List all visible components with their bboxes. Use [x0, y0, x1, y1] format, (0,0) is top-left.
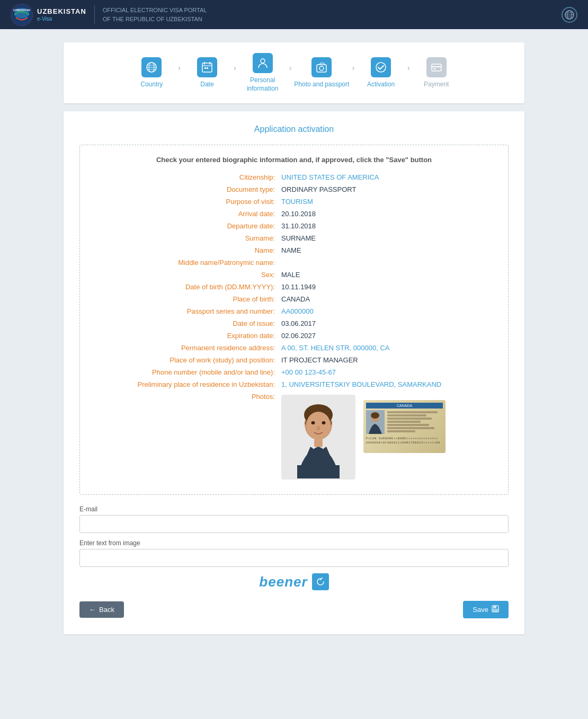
info-row-6: Name:NAME — [101, 246, 487, 254]
content-card: Application activation Check your entere… — [64, 111, 524, 634]
svg-rect-18 — [207, 67, 208, 69]
info-value-6: NAME — [281, 246, 301, 254]
activation-step-icon — [371, 57, 391, 77]
svg-point-19 — [261, 59, 265, 63]
step-activation[interactable]: Activation — [357, 57, 405, 89]
person-icon — [257, 57, 269, 69]
svg-point-22 — [376, 63, 386, 72]
info-label-3: Arrival date: — [101, 210, 281, 218]
info-row-11: Passport series and number:AA000000 — [101, 307, 487, 315]
header-title: OFFICIAL ELECTRONIC VISA PORTAL OF THE R… — [103, 6, 207, 23]
info-row-9: Date of birth (DD.MM.YYYY):10.11.1949 — [101, 283, 487, 291]
check-instruction: Check your entered biographic informatio… — [101, 156, 487, 164]
info-row-0: Citizenship:UNITED STATES OF AMERICA — [101, 173, 487, 181]
captcha-input[interactable] — [79, 549, 509, 567]
info-row-14: Permanent residence address:A 00, ST. HE… — [101, 344, 487, 352]
captcha-label: Enter text from image — [79, 539, 509, 547]
info-value-10: CANADA — [281, 295, 310, 303]
info-label-17: Preliminary place of residence in Uzbeki… — [101, 380, 281, 388]
info-rows: Citizenship:UNITED STATES OF AMERICADocu… — [101, 173, 487, 388]
info-row-2: Purpose of visit:TOURISM — [101, 198, 487, 206]
brand-sub: e-Visa — [37, 16, 86, 22]
step-payment[interactable]: Payment — [413, 57, 460, 89]
svg-text:UZBEKISTAN: UZBEKISTAN — [13, 8, 30, 12]
back-button[interactable]: ← Back — [79, 601, 124, 618]
portrait-photo — [281, 395, 355, 480]
info-row-5: Surname:SURNAME — [101, 234, 487, 242]
info-value-5: SURNAME — [281, 234, 316, 242]
globe-step-icon — [146, 61, 157, 73]
info-label-8: Sex: — [101, 271, 281, 279]
info-label-2: Purpose of visit: — [101, 198, 281, 206]
info-label-13: Expiration date: — [101, 332, 281, 340]
arrow-4: › — [352, 64, 354, 72]
calendar-icon — [201, 61, 213, 73]
svg-rect-23 — [432, 64, 441, 71]
svg-point-31 — [311, 421, 315, 424]
photos-row: Photos: — [101, 393, 487, 480]
language-button[interactable] — [562, 7, 577, 23]
globe-icon — [565, 10, 574, 20]
date-step-label: Date — [200, 81, 213, 89]
arrow-2: › — [234, 64, 236, 72]
person-portrait-svg — [284, 396, 353, 478]
info-row-4: Departure date:31.10.2018 — [101, 222, 487, 230]
save-button[interactable]: Save — [463, 601, 509, 618]
passport-photo: CANADA — [363, 400, 446, 453]
info-label-16: Phone number (mobile and/or land line): — [101, 368, 281, 376]
info-box: Check your entered biographic informatio… — [79, 145, 509, 495]
info-label-9: Date of birth (DD.MM.YYYY): — [101, 283, 281, 291]
step-date[interactable]: Date — [183, 57, 231, 89]
email-label: E-mail — [79, 505, 509, 513]
stepper-card: Country › Date › — [64, 42, 524, 103]
info-row-15: Place of work (study) and position:IT PR… — [101, 356, 487, 364]
arrow-1: › — [178, 64, 181, 72]
step-personal[interactable]: Personalinformation — [239, 53, 287, 93]
passport-header: CANADA — [366, 403, 443, 409]
form-section: E-mail Enter text from image beener — [79, 505, 509, 590]
svg-rect-35 — [297, 465, 340, 478]
email-group: E-mail — [79, 505, 509, 533]
passport-body — [366, 410, 443, 434]
save-icon — [492, 605, 499, 614]
date-step-icon — [197, 57, 217, 77]
activation-step-label: Activation — [367, 81, 395, 89]
svg-point-33 — [317, 426, 320, 430]
country-step-icon — [141, 57, 162, 77]
info-label-7: Middle name/Patronymic name: — [101, 259, 281, 267]
captcha-widget: beener — [79, 573, 509, 590]
arrow-3: › — [289, 64, 292, 72]
captcha-refresh-button[interactable] — [312, 573, 329, 590]
svg-rect-17 — [204, 67, 206, 69]
info-row-12: Date of issue:03.06.2017 — [101, 319, 487, 327]
svg-rect-41 — [493, 609, 498, 612]
creditcard-icon — [431, 61, 442, 73]
step-country[interactable]: Country — [128, 57, 175, 89]
info-label-12: Date of issue: — [101, 319, 281, 327]
svg-rect-40 — [493, 606, 496, 608]
info-value-9: 10.11.1949 — [281, 283, 316, 291]
passport-mrz: P<CAN SURNAME<<NAME<<<<<<<<<<<<<<< AA000… — [366, 437, 443, 445]
svg-rect-34 — [314, 438, 323, 447]
camera-icon — [316, 61, 327, 73]
info-label-0: Citizenship: — [101, 173, 281, 181]
email-input[interactable] — [79, 515, 509, 533]
info-row-16: Phone number (mobile and/or land line):+… — [101, 368, 487, 376]
header: UZBEKISTAN UZBEKISTAN e-Visa OFFICIAL EL… — [0, 0, 588, 29]
info-label-6: Name: — [101, 246, 281, 254]
svg-rect-20 — [317, 65, 326, 72]
back-arrow-icon: ← — [89, 606, 96, 614]
photo-step-label: Photo and passport — [294, 81, 349, 89]
info-value-13: 02.06.2027 — [281, 332, 316, 340]
info-value-12: 03.06.2017 — [281, 319, 316, 327]
info-label-1: Document type: — [101, 185, 281, 193]
arrow-5: › — [407, 64, 410, 72]
info-value-1: ORDINARY PASSPORT — [281, 185, 356, 193]
passport-inner: CANADA — [363, 400, 446, 453]
logo: UZBEKISTAN UZBEKISTAN e-Visa — [11, 4, 86, 26]
info-value-16: +00 00 123-45-67 — [281, 368, 336, 376]
stepper: Country › Date › — [79, 53, 509, 93]
step-photo[interactable]: Photo and passport — [294, 57, 349, 89]
info-row-8: Sex:MALE — [101, 271, 487, 279]
brand-name: UZBEKISTAN — [37, 7, 86, 15]
